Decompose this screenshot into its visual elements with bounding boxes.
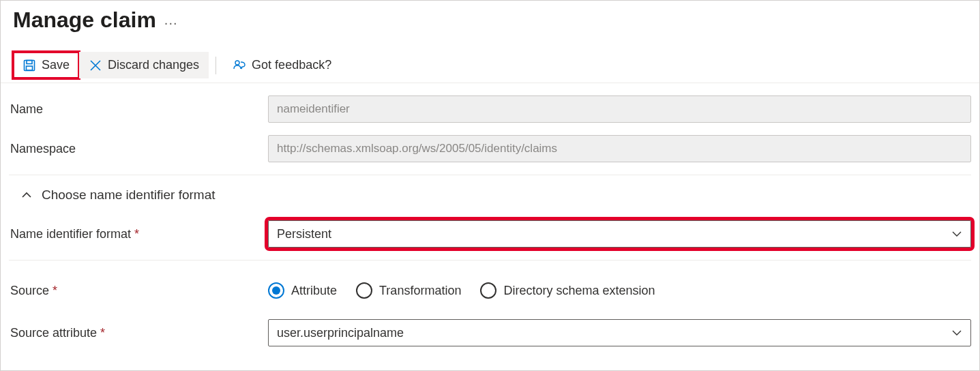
name-id-format-value: Persistent — [277, 227, 331, 241]
chevron-down-icon — [951, 228, 962, 239]
svg-point-5 — [235, 61, 239, 65]
divider — [9, 260, 971, 261]
radio-label: Directory schema extension — [503, 284, 655, 298]
source-attribute-value: user.userprincipalname — [277, 326, 404, 340]
name-label: Name — [9, 102, 268, 117]
discard-label: Discard changes — [108, 58, 199, 72]
discard-button[interactable]: Discard changes — [79, 52, 209, 78]
radio-icon — [268, 282, 284, 299]
svg-rect-1 — [27, 60, 32, 63]
radio-icon — [480, 282, 496, 299]
feedback-icon — [233, 59, 246, 72]
toolbar-separator — [216, 57, 216, 74]
source-attribute-label: Source attribute — [9, 326, 268, 340]
chevron-up-icon — [21, 190, 32, 201]
chevron-down-icon — [951, 327, 962, 338]
name-id-format-select[interactable]: Persistent — [268, 220, 971, 248]
expander-name-id-format[interactable]: Choose name identifier format — [1, 175, 979, 203]
save-button[interactable]: Save — [13, 52, 79, 78]
source-radio-directory-ext[interactable]: Directory schema extension — [480, 282, 655, 299]
source-label: Source — [9, 284, 268, 298]
name-id-format-label: Name identifier format — [9, 227, 268, 241]
source-radio-attribute[interactable]: Attribute — [268, 282, 337, 299]
source-attribute-select[interactable]: user.userprincipalname — [268, 319, 971, 346]
save-icon — [23, 59, 36, 72]
namespace-field — [268, 135, 971, 162]
radio-icon — [356, 282, 372, 299]
svg-rect-2 — [27, 66, 33, 70]
name-field — [268, 95, 971, 123]
radio-label: Transformation — [379, 284, 461, 298]
source-radio-group: Attribute Transformation Directory schem… — [268, 282, 971, 299]
toolbar: Save Discard changes Got feedback? — [1, 48, 979, 83]
page-title: Manage claim — [13, 8, 156, 33]
namespace-label: Namespace — [9, 142, 268, 156]
close-icon — [89, 59, 102, 72]
radio-label: Attribute — [291, 284, 337, 298]
source-radio-transformation[interactable]: Transformation — [356, 282, 461, 299]
more-actions-button[interactable]: ··· — [164, 15, 178, 31]
feedback-label: Got feedback? — [252, 58, 331, 72]
save-label: Save — [42, 58, 70, 72]
expander-label: Choose name identifier format — [42, 188, 216, 203]
feedback-button[interactable]: Got feedback? — [223, 52, 341, 78]
